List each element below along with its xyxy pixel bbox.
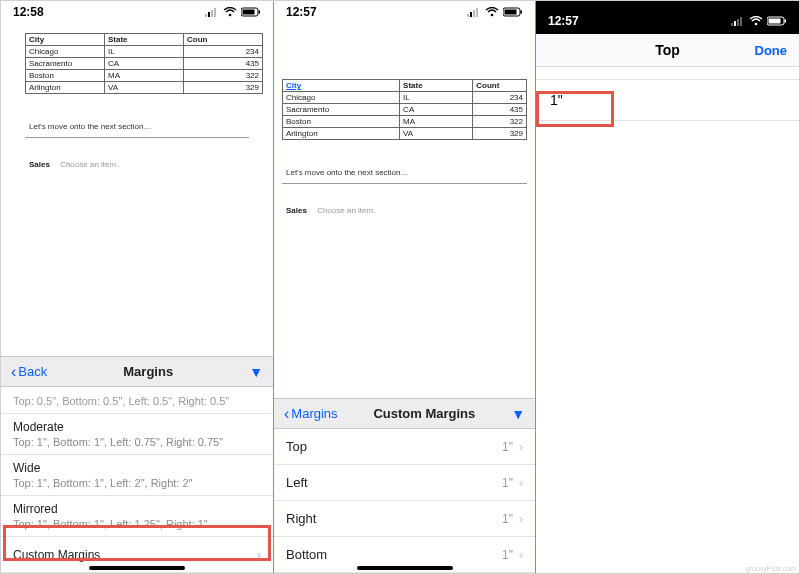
chevron-left-icon: ‹ (11, 364, 16, 380)
chevron-right-icon: › (519, 440, 523, 454)
margin-option-moderate[interactable]: Moderate Top: 1", Bottom: 1", Left: 0.75… (1, 414, 273, 455)
chevron-right-icon: › (257, 547, 261, 562)
th-count: Coun (184, 33, 263, 45)
margin-top-row[interactable]: Top 1"› (274, 429, 535, 465)
data-table: City State Count ChicagoIL234 Sacramento… (282, 79, 527, 140)
margin-option-mirrored[interactable]: Mirrored Top: 1", Bottom: 1", Left: 1.25… (1, 496, 273, 537)
document-preview: City State Coun ChicagoIL234 SacramentoC… (1, 19, 273, 169)
status-icons (467, 7, 523, 17)
chevron-right-icon: › (519, 548, 523, 562)
svg-rect-14 (505, 9, 517, 14)
screenshot-margins-list: 12:58 City State Coun ChicagoIL234 Sacra… (1, 1, 274, 573)
wifi-icon (223, 7, 237, 17)
table-row: ChicagoIL234 (26, 45, 263, 57)
chevron-left-icon: ‹ (284, 406, 289, 422)
th-city: City (283, 80, 400, 92)
svg-rect-0 (205, 14, 207, 17)
svg-point-12 (491, 13, 494, 16)
svg-rect-19 (740, 17, 742, 26)
sales-dropdown[interactable]: Choose an item. (317, 206, 375, 215)
table-row: BostonMA322 (26, 69, 263, 81)
cellular-icon (731, 16, 745, 26)
margin-left-row[interactable]: Left 1"› (274, 465, 535, 501)
dropdown-icon[interactable]: ▼ (249, 364, 263, 380)
sheet-title: Margins (123, 364, 173, 379)
table-row: BostonMA322 (283, 116, 527, 128)
home-indicator[interactable] (357, 566, 453, 570)
cellular-icon (467, 7, 481, 17)
table-row: SacramentoCA435 (26, 57, 263, 69)
sales-dropdown[interactable]: Choose an item. (60, 160, 118, 169)
svg-rect-16 (731, 23, 733, 26)
svg-rect-2 (211, 10, 213, 17)
watermark: groovyPost.com (746, 565, 796, 572)
body-text: Let's move onto the next section… (29, 122, 263, 131)
battery-icon (241, 7, 261, 17)
battery-icon (767, 16, 787, 26)
status-bar: 12:57 (274, 1, 535, 19)
nav-title: Top (655, 42, 680, 58)
svg-rect-17 (734, 21, 736, 26)
home-indicator[interactable] (89, 566, 185, 570)
chevron-right-icon: › (519, 512, 523, 526)
body-text: Let's move onto the next section… (286, 168, 527, 177)
status-icons (205, 7, 261, 17)
svg-rect-9 (470, 12, 472, 17)
th-count: Count (473, 80, 527, 92)
table-row: ArlingtonVA329 (26, 81, 263, 93)
svg-rect-23 (785, 19, 787, 22)
svg-rect-3 (214, 8, 216, 17)
svg-rect-1 (208, 12, 210, 17)
wifi-icon (749, 16, 763, 26)
status-bar: 12:58 (1, 1, 273, 19)
svg-rect-18 (737, 19, 739, 26)
divider (282, 183, 527, 184)
battery-icon (503, 7, 523, 17)
svg-rect-6 (243, 9, 255, 14)
svg-rect-10 (473, 10, 475, 17)
done-button[interactable]: Done (755, 43, 788, 58)
cellular-icon (205, 7, 219, 17)
custom-margins-sheet: ‹ Margins Custom Margins ▼ Top 1"› Left … (274, 398, 535, 573)
value-input[interactable]: 1" (536, 79, 799, 121)
th-city: City (26, 33, 105, 45)
th-state: State (105, 33, 184, 45)
back-button[interactable]: ‹ Back (11, 364, 47, 380)
chevron-right-icon: › (519, 476, 523, 490)
margins-sheet: ‹ Back Margins ▼ Top: 0.5", Bottom: 0.5"… (1, 356, 273, 573)
sheet-title: Custom Margins (373, 406, 475, 421)
status-bar: 12:57 (536, 1, 799, 34)
nav-bar: Top Done (536, 34, 799, 67)
screenshot-custom-margins: 12:57 City State Count ChicagoIL234 Sacr… (274, 1, 536, 573)
svg-rect-15 (521, 10, 523, 13)
sales-label: Sales (29, 160, 50, 169)
margin-option-wide[interactable]: Wide Top: 1", Bottom: 1", Left: 2", Righ… (1, 455, 273, 496)
svg-rect-11 (476, 8, 478, 17)
screenshot-top-value: 12:57 Top Done 1" (536, 1, 799, 573)
clock: 12:57 (286, 5, 317, 19)
table-row: ArlingtonVA329 (283, 128, 527, 140)
svg-point-20 (755, 22, 758, 25)
table-row: ChicagoIL234 (283, 92, 527, 104)
document-preview: City State Count ChicagoIL234 Sacramento… (274, 19, 535, 215)
clock: 12:57 (548, 14, 579, 28)
th-state: State (400, 80, 473, 92)
svg-rect-22 (769, 18, 781, 23)
wifi-icon (485, 7, 499, 17)
divider (25, 137, 249, 138)
data-table: City State Coun ChicagoIL234 SacramentoC… (25, 27, 263, 94)
svg-point-4 (229, 13, 232, 16)
table-row: SacramentoCA435 (283, 104, 527, 116)
clock: 12:58 (13, 5, 44, 19)
back-button[interactable]: ‹ Margins (284, 406, 338, 422)
svg-rect-7 (259, 10, 261, 13)
margin-option-truncated[interactable]: Top: 0.5", Bottom: 0.5", Left: 0.5", Rig… (1, 387, 273, 414)
status-icons (731, 16, 787, 26)
sales-label: Sales (286, 206, 307, 215)
margin-right-row[interactable]: Right 1"› (274, 501, 535, 537)
svg-rect-8 (467, 14, 469, 17)
dropdown-icon[interactable]: ▼ (511, 406, 525, 422)
